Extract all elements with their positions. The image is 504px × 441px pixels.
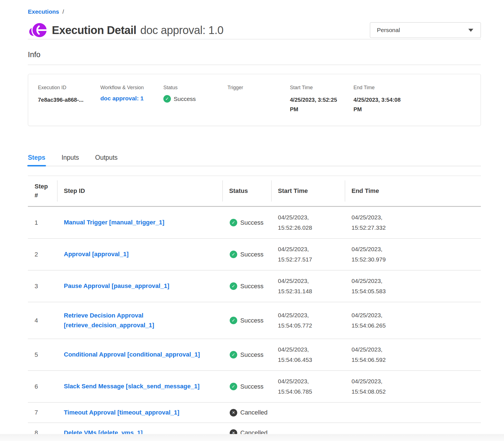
success-icon bbox=[230, 383, 237, 390]
info-field-execution-id: Execution ID 7e8ac396-a868-... bbox=[38, 85, 100, 114]
tab-steps[interactable]: Steps bbox=[28, 154, 45, 166]
step-status: Success bbox=[240, 251, 263, 258]
table-row: 3 Pause Approval [pause_approval_1] Succ… bbox=[28, 270, 481, 302]
breadcrumb-separator: / bbox=[62, 9, 64, 15]
step-number: 5 bbox=[28, 351, 57, 358]
info-field-start-time: Start Time 4/25/2023, 3:52:25 PM bbox=[290, 85, 353, 114]
cancelled-icon bbox=[230, 409, 237, 416]
page-subtitle: doc approval: 1.0 bbox=[140, 24, 223, 37]
steps-table-header: Step # Step ID Status Start Time End Tim… bbox=[28, 176, 481, 207]
step-link[interactable]: Retrieve Decision Approval [retrieve_dec… bbox=[64, 311, 219, 330]
success-icon bbox=[163, 95, 171, 103]
table-row: 4 Retrieve Decision Approval [retrieve_d… bbox=[28, 302, 481, 339]
step-end-time: 04/25/2023,15:52:27.332 bbox=[345, 212, 481, 233]
step-link[interactable]: Pause Approval [pause_approval_1] bbox=[64, 281, 169, 291]
step-end-time: 04/25/2023,15:54:08.052 bbox=[345, 376, 481, 397]
step-link[interactable]: Manual Trigger [manual_trigger_1] bbox=[64, 218, 164, 227]
step-status: Success bbox=[240, 219, 263, 226]
breadcrumb: Executions / bbox=[28, 8, 481, 15]
step-start-time: 04/25/2023,15:54:05.772 bbox=[271, 310, 345, 331]
column-header-end-time: End Time bbox=[345, 176, 481, 206]
success-icon bbox=[230, 282, 237, 290]
tab-inputs[interactable]: Inputs bbox=[62, 154, 79, 166]
page-title: Execution Detail bbox=[52, 24, 136, 37]
workflow-version-link[interactable]: doc approval: 1 bbox=[100, 95, 144, 101]
step-number: 4 bbox=[28, 317, 57, 324]
end-time-label: End Time bbox=[353, 85, 481, 91]
step-status: Success bbox=[240, 317, 263, 324]
step-link[interactable]: Conditional Approval [conditional_approv… bbox=[64, 350, 200, 359]
step-start-time: 04/25/2023,15:52:27.517 bbox=[271, 244, 345, 265]
step-number: 1 bbox=[28, 219, 57, 226]
step-number: 6 bbox=[28, 383, 57, 390]
workflow-logo-icon bbox=[28, 21, 47, 39]
info-field-end-time: End Time 4/25/2023, 3:54:08 PM bbox=[353, 85, 481, 114]
scope-selector-value: Personal bbox=[377, 27, 400, 33]
table-row: 6 Slack Send Message [slack_send_message… bbox=[28, 371, 481, 403]
execution-id-label: Execution ID bbox=[38, 85, 100, 91]
tab-bar: Steps Inputs Outputs bbox=[28, 154, 481, 166]
table-row: 7 Timeout Approval [timeout_approval_1] … bbox=[28, 403, 481, 423]
trigger-label: Trigger bbox=[227, 85, 290, 91]
step-link[interactable]: Approval [approval_1] bbox=[64, 249, 129, 259]
workflow-version-label: Workflow & Version bbox=[100, 85, 163, 91]
chevron-down-icon bbox=[468, 29, 473, 32]
table-row: 2 Approval [approval_1] Success 04/25/20… bbox=[28, 239, 481, 270]
start-time-value: 4/25/2023, 3:52:25 PM bbox=[290, 95, 343, 114]
title-divider bbox=[28, 39, 481, 39]
step-end-time: 04/25/2023,15:52:30.979 bbox=[345, 244, 481, 265]
column-header-step-num: Step # bbox=[28, 176, 57, 206]
step-number: 2 bbox=[28, 251, 57, 258]
step-status: Success bbox=[240, 283, 263, 290]
step-start-time: 04/25/2023,15:54:06.785 bbox=[271, 376, 345, 397]
scope-selector[interactable]: Personal bbox=[370, 22, 481, 38]
table-row: 1 Manual Trigger [manual_trigger_1] Succ… bbox=[28, 207, 481, 239]
step-status: Cancelled bbox=[240, 409, 268, 416]
success-icon bbox=[230, 317, 237, 324]
tab-outputs[interactable]: Outputs bbox=[95, 154, 118, 166]
steps-table: Step # Step ID Status Start Time End Tim… bbox=[28, 176, 481, 441]
end-time-value: 4/25/2023, 3:54:08 PM bbox=[353, 95, 407, 114]
column-header-status: Status bbox=[222, 176, 271, 206]
step-number: 7 bbox=[28, 409, 57, 416]
table-row: 5 Conditional Approval [conditional_appr… bbox=[28, 339, 481, 371]
step-link[interactable]: Slack Send Message [slack_send_message_1… bbox=[64, 382, 200, 391]
step-end-time: 04/25/2023,15:54:06.592 bbox=[345, 345, 481, 365]
success-icon bbox=[230, 219, 237, 226]
execution-id-value: 7e8ac396-a868-... bbox=[38, 95, 91, 105]
success-icon bbox=[230, 351, 237, 358]
info-field-trigger: Trigger bbox=[227, 85, 290, 114]
breadcrumb-link-executions[interactable]: Executions bbox=[28, 8, 59, 15]
page-content: Executions / Execution Detail doc approv… bbox=[28, 0, 481, 441]
step-status: Success bbox=[240, 383, 263, 390]
info-field-status: Status Success bbox=[163, 85, 227, 114]
info-field-workflow-version: Workflow & Version doc approval: 1 bbox=[100, 85, 163, 114]
title-row: Execution Detail doc approval: 1.0 Perso… bbox=[28, 21, 481, 39]
start-time-label: Start Time bbox=[290, 85, 353, 91]
step-start-time: 04/25/2023,15:52:31.148 bbox=[271, 276, 345, 297]
success-icon bbox=[230, 251, 237, 258]
page-bottom-strip bbox=[0, 434, 504, 441]
info-section-title: Info bbox=[28, 50, 481, 59]
step-start-time: 04/25/2023,15:52:26.028 bbox=[271, 212, 345, 233]
column-header-start-time: Start Time bbox=[271, 176, 345, 206]
info-divider bbox=[28, 65, 481, 65]
step-end-time: 04/25/2023,15:54:05.583 bbox=[345, 276, 481, 297]
status-value: Success bbox=[174, 96, 196, 102]
step-link[interactable]: Timeout Approval [timeout_approval_1] bbox=[64, 408, 179, 417]
step-end-time: 04/25/2023,15:54:06.265 bbox=[345, 310, 481, 331]
step-number: 3 bbox=[28, 283, 57, 290]
step-start-time: 04/25/2023,15:54:06.453 bbox=[271, 345, 345, 365]
status-label: Status bbox=[163, 85, 227, 91]
column-header-step-id: Step ID bbox=[57, 176, 222, 206]
info-card: Execution ID 7e8ac396-a868-... Workflow … bbox=[28, 74, 481, 126]
step-status: Success bbox=[240, 351, 263, 358]
